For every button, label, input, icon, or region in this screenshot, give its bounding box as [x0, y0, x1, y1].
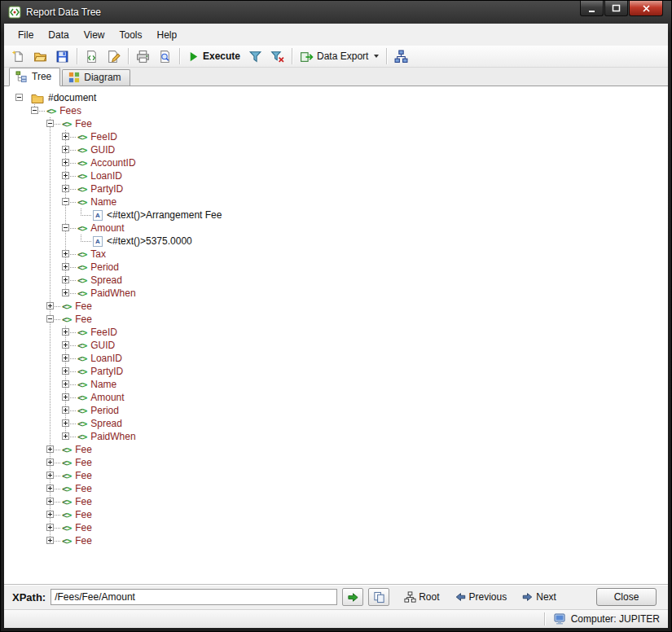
expand-toggle-icon[interactable] — [62, 172, 69, 179]
expand-toggle-icon[interactable] — [62, 185, 69, 192]
expand-toggle-icon[interactable] — [62, 380, 69, 388]
tab-tree[interactable]: Tree — [9, 68, 60, 86]
tree-view[interactable]: #document<>Fees<>Fee<>FeeID<>GUID<>Accou… — [4, 86, 668, 584]
root-button[interactable]: Root — [404, 591, 439, 603]
diagram-hierarchy-button[interactable] — [391, 47, 411, 66]
menu-view[interactable]: View — [77, 25, 112, 45]
expand-toggle-icon[interactable] — [62, 289, 69, 296]
menu-data[interactable]: Data — [41, 25, 76, 45]
tree-node[interactable]: <>AccountID — [15, 156, 668, 169]
menu-tools[interactable]: Tools — [112, 25, 150, 45]
tree-node[interactable]: <>FeeID — [15, 130, 668, 143]
collapse-toggle-icon[interactable] — [46, 315, 54, 323]
collapse-toggle-icon[interactable] — [62, 198, 69, 205]
expand-toggle-icon[interactable] — [62, 263, 69, 270]
tree-node[interactable]: <>Tax — [15, 248, 668, 261]
expand-toggle-icon[interactable] — [46, 302, 54, 309]
expand-toggle-icon[interactable] — [62, 133, 69, 140]
tree-node[interactable]: A<#text()>Arrangement Fee — [15, 208, 668, 222]
tree-node[interactable]: <>Spread — [15, 274, 668, 287]
menu-file[interactable]: File — [11, 25, 41, 45]
titlebar[interactable]: Report Data Tree — [1, 1, 671, 24]
expand-toggle-icon[interactable] — [46, 537, 54, 544]
tree-node[interactable]: <>Period — [15, 404, 668, 417]
minimize-button[interactable] — [580, 1, 604, 16]
tree-node[interactable]: <>Fee — [15, 117, 668, 130]
tree-node[interactable]: <>PartyID — [15, 365, 668, 378]
tree-node[interactable]: <>Amount — [15, 391, 668, 404]
expand-toggle-icon[interactable] — [62, 146, 69, 153]
tree-node[interactable]: <>Fee — [15, 521, 668, 534]
print-button[interactable] — [133, 47, 153, 66]
filter-button[interactable] — [245, 47, 266, 66]
expand-toggle-icon[interactable] — [62, 393, 69, 401]
open-button[interactable] — [30, 47, 51, 66]
tree-node[interactable]: <>Name — [15, 378, 668, 391]
tree-node[interactable]: <>GUID — [15, 339, 668, 352]
tree-node[interactable]: <>Fee — [15, 469, 668, 482]
expand-toggle-icon[interactable] — [46, 445, 54, 453]
tree-node[interactable]: <>Fee — [15, 534, 668, 547]
tree-node[interactable]: <>Fee — [15, 300, 668, 313]
expand-toggle-icon[interactable] — [62, 250, 69, 257]
close-dialog-button[interactable]: Close — [596, 588, 657, 606]
collapse-toggle-icon[interactable] — [46, 120, 54, 127]
expand-toggle-icon[interactable] — [62, 367, 69, 375]
execute-button[interactable]: Execute — [184, 47, 244, 66]
expand-toggle-icon[interactable] — [62, 276, 69, 283]
expand-toggle-icon[interactable] — [46, 485, 54, 492]
maximize-button[interactable] — [604, 1, 628, 16]
xpath-input[interactable] — [51, 589, 337, 605]
tree-node[interactable]: #document — [15, 91, 668, 104]
expand-toggle-icon[interactable] — [46, 524, 54, 531]
collapse-toggle-icon[interactable] — [62, 224, 69, 231]
tree-node[interactable]: <>LoanID — [15, 169, 668, 182]
expand-toggle-icon[interactable] — [46, 459, 54, 466]
collapse-toggle-icon[interactable] — [15, 94, 23, 101]
print-preview-button[interactable] — [155, 47, 175, 66]
data-export-button[interactable]: Data Export — [296, 47, 382, 66]
xpath-go-button[interactable] — [342, 588, 363, 606]
xpath-copy-button[interactable] — [368, 588, 389, 606]
clear-filter-button[interactable] — [267, 47, 288, 66]
close-button[interactable] — [629, 1, 663, 16]
tree-node[interactable]: <>Fee — [15, 495, 668, 508]
expand-toggle-icon[interactable] — [46, 511, 54, 518]
expand-toggle-icon[interactable] — [46, 472, 54, 479]
expand-toggle-icon[interactable] — [62, 432, 69, 440]
tree-node[interactable]: <>Name — [15, 195, 668, 208]
previous-button[interactable]: Previous — [455, 591, 507, 603]
expand-toggle-icon[interactable] — [62, 354, 69, 362]
expand-toggle-icon[interactable] — [62, 328, 69, 336]
tree-node[interactable]: <>PartyID — [15, 182, 668, 195]
tree-node[interactable]: <>LoanID — [15, 352, 668, 365]
tab-diagram[interactable]: Diagram — [62, 69, 130, 86]
expand-toggle-icon[interactable] — [62, 419, 69, 427]
xml-source-button[interactable] — [81, 47, 102, 66]
tree-node-label: <#text()>5375.0000 — [105, 235, 194, 247]
tree-node[interactable]: <>Fee — [15, 456, 668, 469]
tree-node[interactable]: <>PaidWhen — [15, 430, 668, 443]
tree-node[interactable]: <>Fee — [15, 443, 668, 456]
tree-node[interactable]: A<#text()>5375.0000 — [15, 235, 668, 248]
tree-node[interactable]: <>Fee — [15, 508, 668, 521]
expand-toggle-icon[interactable] — [46, 498, 54, 505]
tree-node[interactable]: <>GUID — [15, 143, 668, 156]
tree-node[interactable]: <>Fee — [15, 482, 668, 495]
expand-toggle-icon[interactable] — [62, 406, 69, 414]
edit-document-button[interactable] — [103, 47, 124, 66]
save-button[interactable] — [52, 47, 72, 66]
expand-toggle-icon[interactable] — [62, 341, 69, 349]
menu-help[interactable]: Help — [150, 25, 185, 45]
new-document-button[interactable] — [8, 47, 29, 66]
expand-toggle-icon[interactable] — [62, 159, 69, 166]
tree-node[interactable]: <>Spread — [15, 417, 668, 430]
tree-node[interactable]: <>FeeID — [15, 326, 668, 339]
collapse-toggle-icon[interactable] — [31, 107, 38, 114]
tree-node[interactable]: <>Amount — [15, 222, 668, 235]
next-button[interactable]: Next — [521, 591, 556, 603]
tree-node[interactable]: <>Fees — [15, 104, 668, 117]
tree-node[interactable]: <>PaidWhen — [15, 287, 668, 300]
tree-node[interactable]: <>Period — [15, 261, 668, 274]
tree-node[interactable]: <>Fee — [15, 313, 668, 326]
